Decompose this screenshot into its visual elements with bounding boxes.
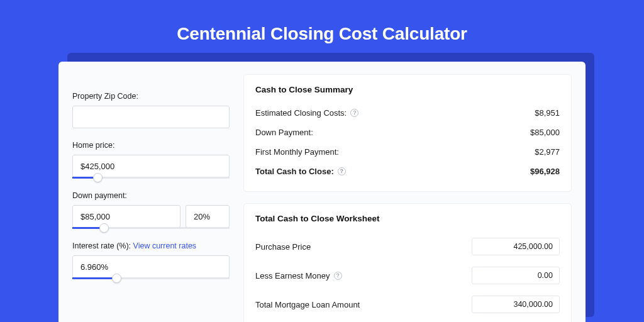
- summary-row-closing-costs: Estimated Closing Costs: ? $8,951: [255, 103, 560, 123]
- summary-label: Total Cash to Close:: [255, 167, 334, 176]
- worksheet-title: Total Cash to Close Worksheet: [255, 214, 560, 223]
- down-payment-slider-wrap: [72, 205, 230, 229]
- interest-input[interactable]: [72, 255, 230, 278]
- interest-field-group: Interest rate (%): View current rates: [72, 242, 230, 279]
- interest-slider[interactable]: [72, 277, 230, 279]
- summary-label: Down Payment:: [255, 128, 313, 137]
- summary-title: Cash to Close Summary: [255, 85, 560, 94]
- help-icon[interactable]: ?: [350, 109, 358, 117]
- down-payment-slider[interactable]: [72, 227, 230, 229]
- calculator-container: Property Zip Code: Home price: Down paym…: [58, 62, 586, 322]
- summary-value: $2,977: [535, 147, 560, 157]
- summary-row-first-payment: First Monthly Payment: $2,977: [255, 142, 560, 162]
- down-payment-input[interactable]: [72, 205, 180, 228]
- summary-panel: Cash to Close Summary Estimated Closing …: [243, 74, 572, 192]
- worksheet-input-earnest-money[interactable]: [472, 267, 560, 284]
- page-title: Centennial Closing Cost Calculator: [177, 24, 467, 44]
- worksheet-row-earnest-money: Less Earnest Money ?: [255, 261, 560, 290]
- summary-label: Estimated Closing Costs:: [255, 108, 347, 118]
- interest-label-row: Interest rate (%): View current rates: [72, 242, 230, 250]
- worksheet-input-purchase-price[interactable]: [472, 238, 560, 255]
- slider-thumb[interactable]: [112, 274, 121, 283]
- help-icon[interactable]: ?: [338, 167, 346, 175]
- slider-fill: [72, 277, 116, 279]
- input-column: Property Zip Code: Home price: Down paym…: [72, 74, 230, 313]
- slider-thumb[interactable]: [99, 223, 109, 233]
- interest-label: Interest rate (%):: [72, 242, 131, 250]
- home-price-slider-wrap: [72, 155, 230, 179]
- view-rates-link[interactable]: View current rates: [133, 242, 197, 250]
- down-payment-field-group: Down payment:: [72, 191, 230, 229]
- results-column: Cash to Close Summary Estimated Closing …: [243, 74, 572, 313]
- home-price-field-group: Home price:: [72, 141, 230, 179]
- summary-value: $85,000: [530, 128, 560, 137]
- down-payment-label: Down payment:: [72, 191, 230, 200]
- worksheet-label: Purchase Price: [255, 242, 311, 252]
- worksheet-label: Less Earnest Money: [255, 271, 330, 280]
- summary-row-total: Total Cash to Close: ? $96,928: [255, 162, 560, 181]
- worksheet-panel: Total Cash to Close Worksheet Purchase P…: [243, 203, 572, 322]
- worksheet-row-second-mortgage: Total Second Mortgage Amount: [255, 319, 560, 322]
- home-price-slider[interactable]: [72, 177, 230, 179]
- home-price-label: Home price:: [72, 141, 230, 150]
- interest-slider-wrap: [72, 255, 230, 279]
- summary-value: $8,951: [535, 108, 560, 118]
- zip-field-group: Property Zip Code:: [72, 92, 230, 128]
- worksheet-input-mortgage-amount[interactable]: [472, 296, 560, 313]
- summary-row-down-payment: Down Payment: $85,000: [255, 123, 560, 142]
- worksheet-label: Total Mortgage Loan Amount: [255, 300, 360, 309]
- worksheet-row-mortgage-amount: Total Mortgage Loan Amount: [255, 290, 560, 319]
- summary-label: First Monthly Payment:: [255, 147, 339, 157]
- summary-value: $96,928: [530, 167, 560, 176]
- zip-label: Property Zip Code:: [72, 92, 230, 101]
- calculator-card: Property Zip Code: Home price: Down paym…: [58, 62, 586, 322]
- down-payment-pct-input[interactable]: [186, 205, 230, 228]
- zip-input[interactable]: [72, 106, 230, 128]
- worksheet-row-purchase-price: Purchase Price: [255, 232, 560, 261]
- help-icon[interactable]: ?: [334, 272, 342, 280]
- slider-thumb[interactable]: [93, 173, 103, 182]
